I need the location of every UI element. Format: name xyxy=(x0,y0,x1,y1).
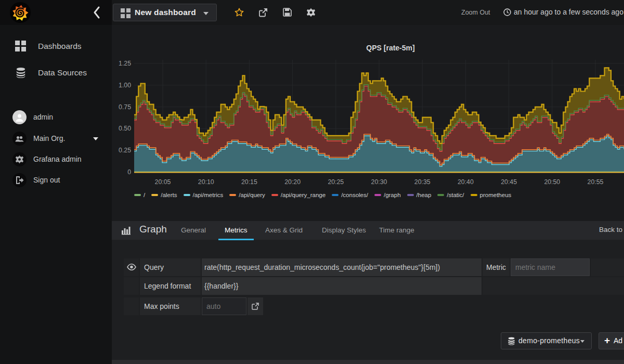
svg-text:20:50: 20:50 xyxy=(544,178,560,186)
svg-text:20:25: 20:25 xyxy=(328,178,344,186)
svg-text:20:45: 20:45 xyxy=(501,178,517,186)
svg-text:20:15: 20:15 xyxy=(241,178,257,186)
svg-text:1.25: 1.25 xyxy=(119,60,131,67)
svg-text:0.25: 0.25 xyxy=(119,147,131,154)
svg-text:20:30: 20:30 xyxy=(371,178,387,186)
svg-text:20:55: 20:55 xyxy=(588,178,604,186)
svg-text:0.75: 0.75 xyxy=(119,103,131,111)
svg-text:20:10: 20:10 xyxy=(198,178,214,186)
svg-text:20:40: 20:40 xyxy=(458,178,474,186)
svg-text:20:05: 20:05 xyxy=(155,178,171,186)
svg-text:0.50: 0.50 xyxy=(119,125,131,132)
svg-text:1.00: 1.00 xyxy=(119,82,131,89)
svg-text:20:20: 20:20 xyxy=(284,178,301,186)
svg-text:20:35: 20:35 xyxy=(414,178,431,186)
svg-text:0: 0 xyxy=(127,168,131,176)
